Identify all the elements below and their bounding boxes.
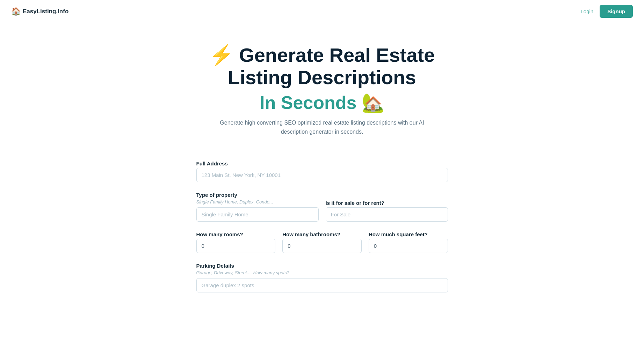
parking-label: Parking Details <box>196 263 448 269</box>
metrics-row: How many rooms? How many bathrooms? How … <box>196 231 448 253</box>
property-type-input[interactable] <box>196 207 319 222</box>
bathrooms-input[interactable] <box>282 239 362 253</box>
rooms-input[interactable] <box>196 239 276 253</box>
navbar: 🏠 EasyListing.Info Login Signup <box>0 0 644 23</box>
parking-input[interactable] <box>196 278 448 292</box>
address-label: Full Address <box>196 161 448 166</box>
lightning-icon: ⚡ <box>209 44 234 66</box>
rooms-label: How many rooms? <box>196 231 276 237</box>
listing-form: Full Address Type of property Single Fam… <box>189 161 455 323</box>
hero-description: Generate high converting SEO optimized r… <box>217 118 427 136</box>
sale-rent-input[interactable] <box>326 207 448 222</box>
nav-actions: Login Signup <box>580 5 633 18</box>
hero-title-line1: Generate Real Estate <box>239 44 435 66</box>
sqft-col: How much square feet? <box>369 231 448 253</box>
house-emoji: 🏡 <box>362 92 384 113</box>
rooms-col: How many rooms? <box>196 231 276 253</box>
address-field-group: Full Address <box>196 161 448 182</box>
bathrooms-label: How many bathrooms? <box>282 231 362 237</box>
logo-icon: 🏠 <box>11 7 21 16</box>
parking-field-group: Parking Details Garage, Driveway, Street… <box>196 263 448 292</box>
property-type-hint: Single Family Home, Duplex, Condo... <box>196 199 319 205</box>
sale-rent-col: Is it for sale or for rent? <box>326 200 448 222</box>
bathrooms-col: How many bathrooms? <box>282 231 362 253</box>
logo: 🏠 EasyListing.Info <box>11 7 68 16</box>
sqft-label: How much square feet? <box>369 231 448 237</box>
address-input[interactable] <box>196 168 448 182</box>
hero-subtitle: In Seconds 🏡 <box>7 92 637 113</box>
property-type-col: Type of property Single Family Home, Dup… <box>196 192 319 222</box>
hero-title-line2: Listing Descriptions <box>228 66 416 88</box>
login-button[interactable]: Login <box>580 8 593 14</box>
sale-rent-label: Is it for sale or for rent? <box>326 200 448 206</box>
property-type-label: Type of property <box>196 192 319 198</box>
hero-subtitle-text: In Seconds <box>260 92 356 113</box>
sqft-input[interactable] <box>369 239 448 253</box>
metrics-field-group: How many rooms? How many bathrooms? How … <box>196 231 448 253</box>
hero-section: ⚡ Generate Real Estate Listing Descripti… <box>0 23 644 147</box>
type-field-group: Type of property Single Family Home, Dup… <box>196 192 448 222</box>
type-row: Type of property Single Family Home, Dup… <box>196 192 448 222</box>
logo-text: EasyListing.Info <box>23 8 68 15</box>
signup-button[interactable]: Signup <box>600 5 633 18</box>
parking-hint: Garage, Driveway, Street..., How many sp… <box>196 270 448 275</box>
hero-title: ⚡ Generate Real Estate Listing Descripti… <box>200 44 444 89</box>
